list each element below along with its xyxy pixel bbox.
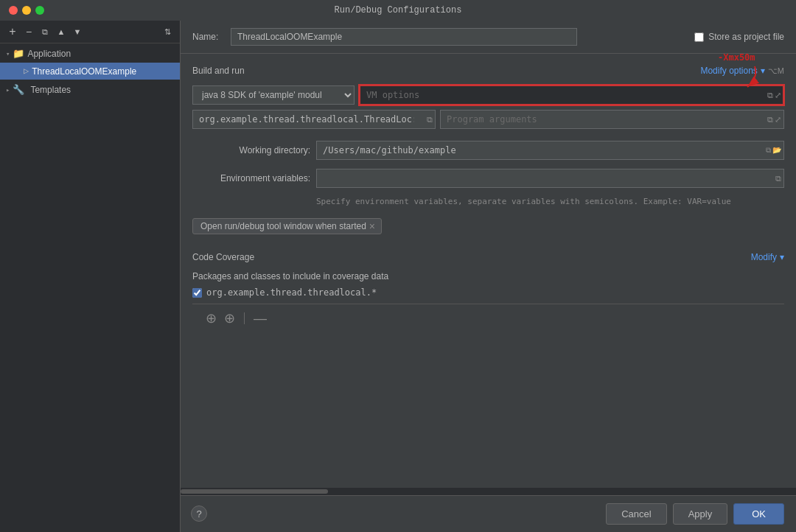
sidebar-group-application-label: Application [27,49,71,59]
bottom-toolbar: ⊕ ⊕ — [192,304,784,332]
coverage-desc: Packages and classes to include in cover… [192,271,784,281]
maximize-button[interactable] [35,6,44,15]
chevron-icon-modify: ▾ [761,66,765,76]
copy-config-button[interactable]: ⧉ [38,25,52,38]
modify-shortcut: ⌥M [768,66,784,76]
plus-folder-icon: ⊕ [206,311,217,326]
add-coverage-btn2[interactable]: ⊕ [223,309,237,328]
sidebar-group-application-header[interactable]: ▾ 📁 Application [0,45,180,63]
move-down-button[interactable]: ▼ [71,25,84,38]
env-hint: Specify environment variables, separate … [316,197,784,206]
bottom-area: Cancel Apply OK ? [181,488,796,532]
name-row: Name: Store as project file [181,21,796,54]
environment-label: Environment variables: [192,173,310,183]
main-class-row: ⧉ ⧉ ⤢ [192,110,784,129]
toolbar-divider [244,312,245,324]
coverage-checkbox[interactable] [192,288,202,298]
sidebar-item-threadlocal[interactable]: ▷ ThreadLocalOOMExample [0,63,180,80]
main-content: Name: Store as project file Build and ru… [181,21,796,532]
sidebar-templates-label: Templates [30,85,71,95]
coverage-section: Code Coverage Modify ▾ Packages and clas… [192,252,784,298]
chip-close-btn[interactable]: × [369,221,375,231]
run-config-icon: ▷ [24,66,29,77]
coverage-item: org.example.thread.threadlocal.* [192,287,784,298]
minus-icon: — [254,311,267,326]
working-dir-btns[interactable]: ⧉ 📂 [766,146,781,155]
env-input[interactable] [316,169,784,188]
expand-icon2: ⤢ [775,115,781,125]
sidebar: + − ⧉ ▲ ▼ ⇅ ▾ 📁 Application ▷ ThreadLoca… [0,21,181,532]
prog-args-container: ⧉ ⤢ [440,110,784,129]
sidebar-item-threadlocal-label: ThreadLocalOOMExample [32,66,136,77]
working-directory-row: Working directory: ⧉ 📂 [192,141,784,160]
coverage-header: Code Coverage Modify ▾ [192,252,784,262]
main-class-container: ⧉ [192,110,436,129]
modify-options-label: Modify options [700,66,757,76]
build-run-header: Build and run Modify options ▾ ⌥M [192,66,784,76]
working-directory-label: Working directory: [192,145,310,155]
remove-config-button[interactable]: − [22,25,35,38]
coverage-title: Code Coverage [192,252,254,262]
remove-coverage-btn[interactable]: — [252,309,268,328]
vm-options-container: ⧉ ⤢ [359,85,784,105]
open-window-chip[interactable]: Open run/debug tool window when started … [192,218,382,234]
sort-button[interactable]: ⇅ [161,25,174,38]
coverage-modify-label: Modify [751,252,777,262]
arrow-label: -Xmx50m [718,54,755,63]
folder-browse-icon: 📂 [772,146,781,154]
file-icon: ⧉ [766,146,771,155]
copy-icon: ⧉ [767,91,773,100]
templates-icon: 🔧 [13,84,24,96]
sdk-vm-row: java 8 SDK of 'example' modul -Xmx50m [192,85,784,105]
chip-label: Open run/debug tool window when started [200,221,366,231]
window-title: Run/Debug Configurations [335,5,462,15]
store-project-label: Store as project file [708,32,784,42]
add-coverage-btn[interactable]: ⊕ [204,309,218,328]
add-config-button[interactable]: + [6,25,19,38]
close-button[interactable] [9,6,18,15]
minimize-button[interactable] [22,6,31,15]
move-up-button[interactable]: ▲ [55,25,68,38]
ok-button[interactable]: OK [733,503,784,525]
main-class-input[interactable] [192,110,436,129]
build-run-title: Build and run [192,66,245,76]
coverage-pattern: org.example.thread.threadlocal.* [206,287,377,298]
working-directory-input[interactable] [316,141,784,160]
form-scroll: Build and run Modify options ▾ ⌥M java 8… [181,54,796,488]
prog-args-input[interactable] [440,110,784,129]
vm-options-wrapper: -Xmx50m [359,85,784,105]
apply-button[interactable]: Apply [673,503,728,525]
vm-options-expand-btn[interactable]: ⧉ ⤢ [767,91,781,100]
window-controls [9,6,44,15]
environment-row: Environment variables: ⧉ [192,169,784,188]
name-label: Name: [192,32,222,42]
cancel-button[interactable]: Cancel [606,503,666,525]
sidebar-templates[interactable]: ▸ 🔧 Templates [0,81,180,99]
sidebar-header: + − ⧉ ▲ ▼ ⇅ [0,21,180,43]
chevron-coverage-icon: ▾ [780,252,784,262]
bottom-scrollbar[interactable] [181,488,796,495]
env-expand-btn[interactable]: ⧉ [775,174,781,183]
build-run-rows: java 8 SDK of 'example' modul -Xmx50m [192,85,784,129]
folder-icon: 📁 [13,48,24,60]
chevron-down-icon: ▾ [6,50,10,58]
chevron-right-icon: ▸ [6,86,10,94]
button-bar: Cancel Apply OK [181,495,796,532]
sidebar-items: ▾ 📁 Application ▷ ThreadLocalOOMExample … [0,43,180,532]
coverage-modify-btn[interactable]: Modify ▾ [751,252,784,262]
store-project-checkbox[interactable] [694,32,704,42]
sdk-select[interactable]: java 8 SDK of 'example' modul [192,85,355,105]
scroll-thumb [181,489,328,494]
sidebar-group-application: ▾ 📁 Application ▷ ThreadLocalOOMExample [0,43,180,81]
working-directory-container: ⧉ 📂 [316,141,784,160]
main-class-browse-btn[interactable]: ⧉ [427,115,433,125]
help-button[interactable]: ? [191,505,207,522]
dialog: + − ⧉ ▲ ▼ ⇅ ▾ 📁 Application ▷ ThreadLoca… [0,21,796,532]
chip-wrapper: Open run/debug tool window when started … [192,218,784,246]
name-input[interactable] [231,28,577,46]
expand-icon: ⤢ [775,91,781,100]
env-input-container: ⧉ [316,169,784,188]
prog-args-expand-btn[interactable]: ⧉ ⤢ [767,115,781,125]
vm-options-input[interactable] [359,85,784,105]
modify-options-button[interactable]: Modify options ▾ ⌥M [700,66,784,76]
